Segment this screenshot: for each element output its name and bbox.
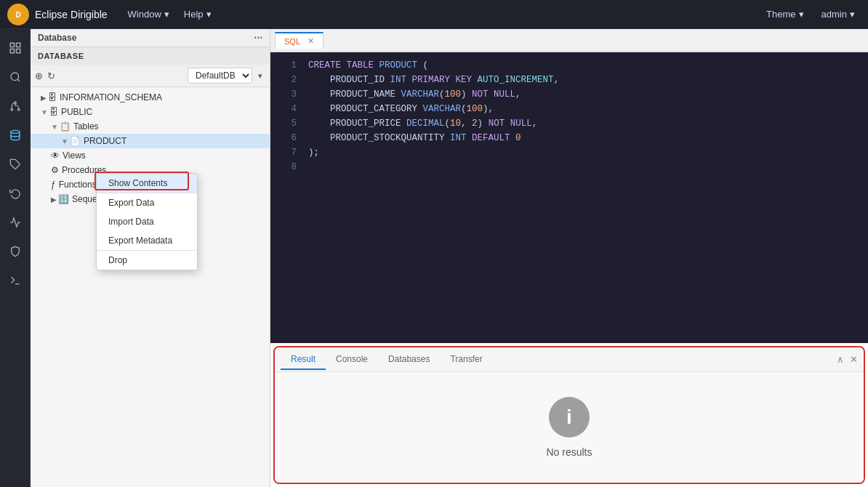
code-line-2: 2 PRODUCT_ID INT PRIMARY KEY AUTO_INCREM…	[270, 73, 868, 87]
sidebar: Database ⋯ DATABASE ⊕ ↻ DefaultDB ▾ ▶ 🗄 …	[31, 29, 270, 487]
window-menu[interactable]: Window ▾	[122, 6, 175, 23]
activity-history[interactable]	[2, 180, 28, 206]
code-line-5: 5 PRODUCT_PRICE DECIMAL(10, 2) NOT NULL,	[270, 116, 868, 131]
tree-item-tables[interactable]: ▼ 📋 Tables	[31, 119, 270, 134]
sql-editor: SQL ✕ 1 CREATE TABLE PRODUCT ( 2 PRODUCT…	[270, 29, 868, 343]
sql-tab[interactable]: SQL ✕	[275, 32, 324, 49]
code-line-1: 1 CREATE TABLE PRODUCT (	[270, 58, 868, 73]
activity-database[interactable]	[2, 122, 28, 148]
code-line-8: 8	[270, 160, 868, 174]
tree-item-info-schema[interactable]: ▶ 🗄 INFORMATION_SCHEMA	[31, 90, 270, 105]
console-tab[interactable]: Console	[326, 350, 378, 370]
context-menu-export-metadata[interactable]: Export Metadata	[97, 231, 197, 250]
activity-home[interactable]	[2, 35, 28, 61]
views-icon: 👁	[51, 150, 60, 161]
result-tab[interactable]: Result	[281, 350, 326, 370]
navbar-menu: Window ▾ Help ▾	[122, 6, 217, 23]
svg-rect-5	[16, 49, 20, 53]
navbar: D Eclipse Dirigible Window ▾ Help ▾ Them…	[0, 0, 868, 29]
activity-search[interactable]	[2, 64, 28, 90]
code-line-4: 4 PRODUCT_CATEGORY VARCHAR(100),	[270, 102, 868, 116]
public-schema-icon: 🗄	[49, 107, 58, 117]
close-panel-icon[interactable]: ✕	[850, 354, 858, 365]
context-menu-show-contents[interactable]: Show Contents	[97, 174, 197, 193]
activity-security[interactable]	[2, 238, 28, 265]
schema-icon: 🗄	[48, 92, 57, 102]
activity-flow[interactable]	[2, 209, 28, 236]
svg-rect-4	[10, 49, 14, 53]
db-toolbar: ⊕ ↻ DefaultDB ▾	[31, 65, 270, 87]
activity-extensions[interactable]	[2, 151, 28, 177]
reload-icon[interactable]: ↻	[47, 71, 55, 81]
main-layout: Database ⋯ DATABASE ⊕ ↻ DefaultDB ▾ ▶ 🗄 …	[0, 29, 868, 487]
navbar-right: Theme ▾ admin ▾	[760, 6, 861, 23]
sql-tab-icon: SQL	[284, 37, 300, 46]
section-title: DATABASE	[38, 52, 84, 60]
content-area: SQL ✕ 1 CREATE TABLE PRODUCT ( 2 PRODUCT…	[270, 29, 868, 487]
db-select-arrow: ▾	[258, 71, 262, 81]
info-icon: i	[549, 397, 590, 438]
app-logo: D	[7, 4, 29, 25]
admin-button[interactable]: admin ▾	[816, 6, 861, 23]
app-brand: Eclipse Dirigible	[35, 9, 108, 20]
panel-title-label: Database	[38, 33, 76, 43]
context-menu-export-data[interactable]: Export Data	[97, 193, 197, 212]
result-content: i No results	[275, 372, 864, 483]
help-menu[interactable]: Help ▾	[178, 6, 217, 23]
collapse-icon[interactable]: ∧	[837, 354, 844, 365]
sidebar-panel-title: Database ⋯	[31, 29, 270, 47]
functions-icon: ƒ	[51, 180, 56, 190]
code-line-6: 6 PRODUCT_STOCKQUANTITY INT DEFAULT 0	[270, 131, 868, 145]
svg-point-8	[11, 108, 13, 110]
transfer-tab[interactable]: Transfer	[440, 350, 492, 370]
context-menu-import-data[interactable]: Import Data	[97, 212, 197, 231]
context-menu-drop[interactable]: Drop	[97, 250, 197, 270]
procedures-icon: ⚙	[51, 165, 59, 175]
refresh-icon[interactable]: ⊕	[35, 71, 43, 81]
db-tree: ▶ 🗄 INFORMATION_SCHEMA ▼ 🗄 PUBLIC ▼ 📋 Ta…	[31, 87, 270, 487]
tree-item-views[interactable]: 👁 Views	[31, 148, 270, 163]
sidebar-section-header: DATABASE	[31, 47, 270, 65]
svg-point-10	[11, 130, 20, 133]
panel-more-icon[interactable]: ⋯	[254, 33, 262, 43]
svg-text:D: D	[15, 11, 20, 19]
bottom-tabs: Result Console Databases Transfer ∧ ✕	[275, 347, 864, 372]
bottom-panel: Result Console Databases Transfer ∧ ✕ i …	[273, 346, 865, 484]
bottom-panel-actions: ∧ ✕	[837, 354, 858, 365]
tree-item-public-schema[interactable]: ▼ 🗄 PUBLIC	[31, 105, 270, 119]
no-results-label: No results	[546, 446, 592, 458]
svg-rect-2	[10, 43, 14, 47]
tree-item-product[interactable]: ▼ 📄 PRODUCT	[31, 134, 270, 148]
db-select-dropdown[interactable]: DefaultDB	[188, 68, 252, 84]
sql-tab-close[interactable]: ✕	[308, 36, 314, 46]
sequences-icon: 🔢	[58, 194, 69, 204]
databases-tab[interactable]: Databases	[378, 350, 440, 370]
tables-icon: 📋	[60, 121, 71, 132]
code-line-3: 3 PRODUCT_NAME VARCHAR(100) NOT NULL,	[270, 87, 868, 102]
theme-button[interactable]: Theme ▾	[760, 6, 809, 23]
svg-rect-3	[16, 43, 20, 47]
activity-terminal[interactable]	[2, 267, 28, 294]
table-icon: 📄	[70, 136, 81, 146]
code-editor[interactable]: 1 CREATE TABLE PRODUCT ( 2 PRODUCT_ID IN…	[270, 52, 868, 343]
context-menu: Show Contents Export Data Import Data Ex…	[96, 173, 198, 270]
svg-point-9	[17, 108, 20, 110]
activity-bar	[0, 29, 31, 487]
activity-git[interactable]	[2, 93, 28, 119]
code-line-7: 7 );	[270, 145, 868, 160]
svg-point-6	[11, 73, 19, 81]
editor-tabs: SQL ✕	[270, 29, 868, 52]
